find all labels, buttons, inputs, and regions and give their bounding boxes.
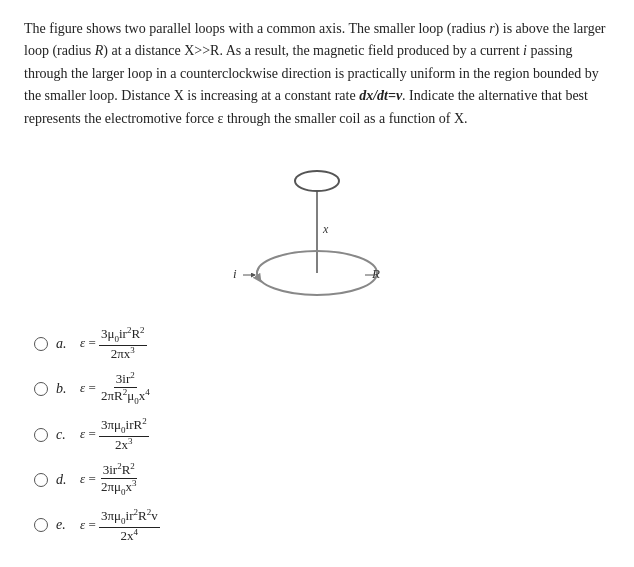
radio-b[interactable] <box>34 382 48 396</box>
radio-a[interactable] <box>34 337 48 351</box>
option-d[interactable]: d. ε = 3ir2R2 2πμ0x3 <box>34 462 610 497</box>
x-label: x <box>322 222 329 236</box>
svg-point-0 <box>295 171 339 191</box>
option-b[interactable]: b. ε = 3ir2 2πR2μ0x4 <box>34 371 610 406</box>
label-b: b. <box>56 381 72 397</box>
option-c[interactable]: c. ε = 3πμ0irR2 2x3 <box>34 417 610 452</box>
radio-c[interactable] <box>34 428 48 442</box>
current-label: i <box>233 266 237 281</box>
radius-r: r <box>489 21 494 36</box>
diagram-svg: x i R <box>197 153 437 303</box>
math-e: ε = 3πμ0ir2R2v 2x4 <box>80 508 160 543</box>
label-e: e. <box>56 517 72 533</box>
indicate-word: Indicate <box>409 88 454 103</box>
label-a: a. <box>56 336 72 352</box>
option-e[interactable]: e. ε = 3πμ0ir2R2v 2x4 <box>34 508 610 543</box>
label-c: c. <box>56 427 72 443</box>
diagram: x i R <box>24 148 610 308</box>
radius-R: R <box>95 43 104 58</box>
math-d: ε = 3ir2R2 2πμ0x3 <box>80 462 139 497</box>
current-i: i <box>523 43 527 58</box>
rate-dx: dx/dt=v <box>359 88 402 103</box>
radio-d[interactable] <box>34 473 48 487</box>
option-a[interactable]: a. ε = 3μ0ir2R2 2πx3 <box>34 326 610 361</box>
math-c: ε = 3πμ0irR2 2x3 <box>80 417 149 452</box>
label-d: d. <box>56 472 72 488</box>
math-a: ε = 3μ0ir2R2 2πx3 <box>80 326 147 361</box>
options-list: a. ε = 3μ0ir2R2 2πx3 b. ε = 3ir2 2πR2μ0x… <box>24 326 610 543</box>
problem-text: The figure shows two parallel loops with… <box>24 18 610 130</box>
R-label: R <box>371 266 380 281</box>
radio-e[interactable] <box>34 518 48 532</box>
problem-container: The figure shows two parallel loops with… <box>24 18 610 543</box>
math-b: ε = 3ir2 2πR2μ0x4 <box>80 371 152 406</box>
